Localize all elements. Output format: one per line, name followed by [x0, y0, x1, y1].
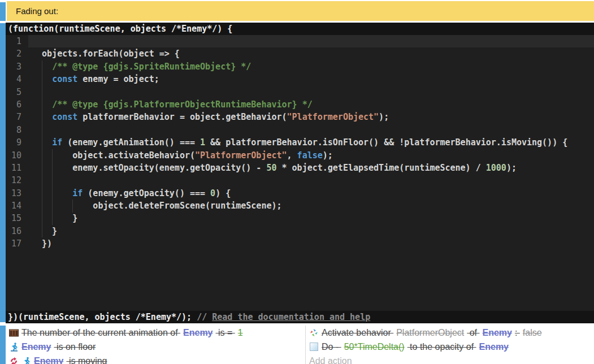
line-number: 6	[6, 98, 28, 111]
standard-event: The number of the current animation of E…	[6, 326, 594, 364]
code-line: 8	[6, 124, 594, 136]
line-number: 2	[6, 47, 28, 60]
footer-code: })(runtimeScene, objects /*Enemy*/);	[8, 312, 197, 322]
code-line-content	[28, 174, 594, 187]
add-action-button[interactable]: Add action	[306, 354, 594, 364]
code-line-content: if (enemy.getOpacity() === 0) {	[28, 187, 594, 200]
js-code-footer: })(runtimeScene, objects /*Enemy*/); // …	[6, 311, 594, 323]
condition-text-plain: The number of the current animation of	[21, 328, 180, 338]
code-line: 14 object.deleteFromScene(runtimeScene);	[6, 200, 594, 212]
documentation-link[interactable]: Read the documentation and help	[212, 312, 370, 322]
line-number: 14	[6, 200, 28, 212]
opacity-icon	[309, 342, 319, 352]
action-text-plain: to the opacity of	[407, 342, 476, 352]
js-code-header: (function(runtimeScene, objects /*Enemy*…	[6, 23, 594, 35]
action-text-param: false	[523, 328, 542, 338]
line-number: 16	[6, 225, 28, 237]
action-text-value: 50*TimeDelta()	[344, 342, 405, 352]
event-selection-strip	[0, 2, 6, 21]
event-selection-strip	[0, 326, 6, 364]
animation-icon	[9, 328, 19, 337]
condition-text-object: Enemy	[34, 356, 63, 364]
condition-text-plain: is on floor	[54, 342, 96, 352]
code-line: 15 }	[6, 212, 594, 224]
code-line-content: }	[28, 212, 594, 224]
code-line-content: const enemy = object;	[28, 73, 594, 85]
code-line: 6 /** @type {gdjs.PlatformerObjectRuntim…	[6, 98, 594, 111]
line-number: 5	[6, 86, 28, 98]
code-line-content	[28, 35, 594, 47]
code-line: 1	[6, 35, 594, 47]
comment-event[interactable]: Fading out:	[7, 1, 594, 21]
condition-text-object: Enemy	[183, 328, 213, 338]
line-number: 1	[6, 35, 28, 47]
condition[interactable]: The number of the current animation of E…	[6, 326, 305, 340]
line-number: 13	[6, 187, 28, 200]
code-line-content: enemy.setOpacity(enemy.getOpacity() - 50…	[28, 162, 594, 174]
action-text-plain: of	[467, 328, 479, 338]
line-number: 11	[6, 162, 28, 174]
action[interactable]: Do - 50*TimeDelta() to the opacity of En…	[306, 340, 594, 354]
line-number: 12	[6, 174, 28, 187]
platformer-on-floor-icon	[9, 342, 19, 352]
invert-condition-icon	[9, 356, 19, 364]
code-line: 4 const enemy = object;	[6, 73, 594, 85]
code-line: 9 if (enemy.getAnimation() === 1 && plat…	[6, 136, 594, 149]
action-text-object: Enemy	[482, 328, 511, 338]
code-line-content: objects.forEach(object => {	[28, 47, 594, 60]
code-line: 3 /** @type {gdjs.SpriteRuntimeObject} *…	[6, 60, 594, 73]
condition[interactable]: Enemy is moving	[6, 354, 305, 364]
code-line-content: })	[28, 237, 594, 250]
action-text-plain: :	[515, 328, 520, 338]
action[interactable]: Activate behavior PlatformerObject of En…	[306, 326, 594, 340]
comment-text: Fading out:	[16, 6, 58, 16]
line-number: 9	[6, 136, 28, 149]
code-line: 2 objects.forEach(object => {	[6, 47, 594, 60]
line-number: 3	[6, 60, 28, 73]
code-line: 5	[6, 86, 594, 98]
platformer-is-moving-icon	[21, 356, 31, 364]
line-number: 8	[6, 124, 28, 136]
condition-text-object: Enemy	[21, 342, 51, 352]
code-line-content: if (enemy.getAnimation() === 1 && platfo…	[28, 136, 594, 149]
js-code-editor[interactable]: (function(runtimeScene, objects /*Enemy*…	[6, 23, 594, 323]
code-line-content: const platformerBehavior = object.getBeh…	[28, 111, 594, 123]
code-line: 17 })	[6, 237, 594, 250]
code-line-content: }	[28, 225, 594, 237]
code-line-content: /** @type {gdjs.PlatformerObjectRuntimeB…	[28, 98, 594, 111]
code-line-content: object.activateBehavior("PlatformerObjec…	[28, 149, 594, 162]
code-line: 13 if (enemy.getOpacity() === 0) {	[6, 187, 594, 200]
condition[interactable]: Enemy is on floor	[6, 340, 305, 354]
condition-text-plain: is moving	[66, 356, 107, 364]
line-number: 4	[6, 73, 28, 85]
line-number: 15	[6, 212, 28, 224]
event-selection-strip	[0, 23, 6, 322]
line-number: 7	[6, 111, 28, 123]
code-line: 7 const platformerBehavior = object.getB…	[6, 111, 594, 123]
condition-text-value: 1	[238, 328, 243, 338]
action-text-plain: Activate behavior	[322, 328, 393, 338]
line-number: 17	[6, 237, 28, 250]
action-text-param: PlatformerObject	[396, 328, 464, 338]
code-line: 10 object.activateBehavior("PlatformerOb…	[6, 149, 594, 162]
condition-text-plain: is =	[216, 328, 235, 338]
code-line: 12	[6, 174, 594, 187]
code-line: 11 enemy.setOpacity(enemy.getOpacity() -…	[6, 162, 594, 174]
action-text-object: Enemy	[479, 342, 509, 352]
code-line-content	[28, 86, 594, 98]
behavior-icon	[309, 328, 319, 337]
conditions-column: The number of the current animation of E…	[6, 326, 305, 364]
code-line-content: object.deleteFromScene(runtimeScene);	[28, 200, 594, 212]
code-lines: 12 objects.forEach(object => {3 /** @typ…	[6, 35, 594, 250]
actions-column: Activate behavior PlatformerObject of En…	[306, 326, 594, 364]
indent-guide	[52, 149, 53, 225]
action-text-plain: Do -	[322, 342, 341, 352]
footer-comment-slashes: //	[197, 312, 212, 322]
indent-guide	[42, 60, 42, 238]
indent-guide	[72, 200, 73, 212]
code-line-content: /** @type {gdjs.SpriteRuntimeObject} */	[28, 60, 594, 73]
code-line: 16 }	[6, 225, 594, 237]
line-number: 10	[6, 149, 28, 162]
gdevelop-events-sheet: Fading out: (function(runtimeScene, obje…	[0, 0, 594, 364]
code-line-content	[28, 124, 594, 136]
